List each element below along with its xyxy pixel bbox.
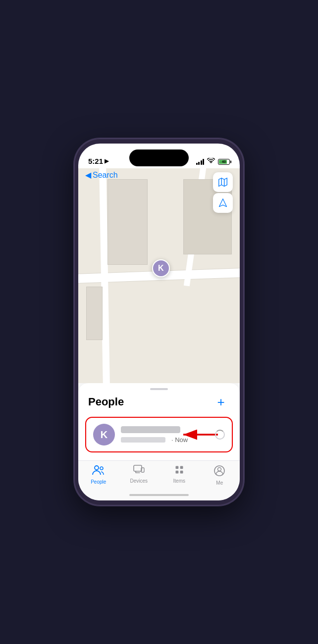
map-type-button[interactable] (213, 172, 233, 192)
tab-me[interactable]: Me (200, 465, 240, 490)
phone-screen: 5:21 ▶ (78, 144, 240, 500)
home-bar (129, 494, 189, 496)
devices-tab-label: Devices (130, 478, 148, 484)
battery-level: 40 (222, 160, 226, 163)
me-tab-label: Me (216, 480, 223, 486)
svg-point-13 (218, 468, 221, 471)
map-controls (213, 172, 233, 213)
status-icons: 40 (196, 158, 230, 165)
building-block-3 (86, 287, 103, 341)
person-name-blurred (121, 426, 180, 433)
signal-icon (196, 159, 205, 165)
svg-rect-8 (175, 466, 178, 469)
location-arrow-icon (218, 198, 228, 208)
phone-frame: 5:21 ▶ (74, 139, 244, 505)
items-tab-icon (173, 465, 185, 477)
people-tab-label: People (91, 479, 106, 485)
svg-rect-9 (180, 466, 183, 469)
location-active-icon: ▶ (105, 158, 108, 164)
location-button[interactable] (213, 193, 233, 213)
person-avatar: K (93, 424, 115, 446)
svg-rect-11 (180, 471, 183, 474)
person-marker-avatar: K (152, 259, 170, 277)
marker-initial: K (158, 264, 164, 273)
battery-icon: 40 (218, 159, 230, 165)
me-tab-icon (213, 465, 225, 479)
svg-rect-10 (175, 471, 178, 474)
tab-people[interactable]: People (78, 465, 119, 490)
tab-devices[interactable]: Devices (119, 465, 159, 490)
tab-items[interactable]: Items (159, 465, 200, 490)
bottom-sheet: People + K · Now (78, 383, 240, 460)
loading-spinner (215, 430, 225, 440)
person-list: K · Now (78, 417, 240, 460)
items-tab-label: Items (173, 478, 185, 484)
home-indicator (78, 490, 240, 500)
sheet-title: People (88, 396, 124, 408)
svg-rect-6 (134, 465, 142, 471)
clock: 5:21 (88, 157, 103, 165)
status-time: 5:21 ▶ (88, 157, 108, 165)
svg-point-5 (100, 467, 103, 470)
svg-point-4 (95, 466, 99, 470)
drag-handle[interactable] (150, 388, 168, 390)
devices-tab-icon (133, 465, 145, 477)
person-initial: K (101, 429, 107, 441)
map-area[interactable]: ◀ Search (78, 168, 240, 383)
people-tab-icon (92, 465, 105, 478)
sheet-header: People + (78, 393, 240, 417)
add-person-button[interactable]: + (212, 393, 230, 411)
person-location-blurred (121, 437, 165, 443)
back-button[interactable]: ◀ Search (85, 170, 118, 180)
tab-bar: People Devices (78, 460, 240, 490)
person-map-marker[interactable]: K (151, 258, 171, 278)
back-label: Search (93, 171, 118, 180)
dynamic-island (129, 149, 189, 166)
building-block-1 (107, 179, 148, 265)
back-chevron-icon: ◀ (85, 170, 91, 180)
person-list-item[interactable]: K · Now (85, 417, 233, 452)
map-type-icon (217, 177, 228, 188)
sheet-handle (78, 383, 240, 393)
wifi-icon (207, 158, 215, 165)
